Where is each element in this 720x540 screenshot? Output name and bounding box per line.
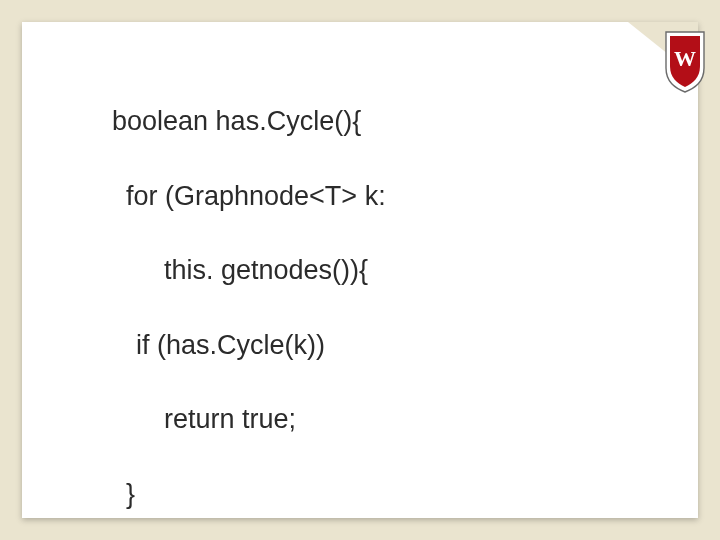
- code-line-1: boolean has.Cycle(){: [112, 103, 386, 140]
- code-line-2: for (Graphnode<T> k:: [126, 178, 386, 215]
- code-line-4: if (has.Cycle(k)): [136, 327, 386, 364]
- code-line-3: this. getnodes()){: [164, 252, 386, 289]
- code-line-5: return true;: [164, 401, 386, 438]
- crest-letter: W: [674, 46, 696, 71]
- slide-panel: boolean has.Cycle(){ for (Graphnode<T> k…: [22, 22, 698, 518]
- uw-crest-icon: W: [662, 30, 708, 94]
- code-block: boolean has.Cycle(){ for (Graphnode<T> k…: [112, 66, 386, 540]
- code-line-6: }: [126, 476, 386, 513]
